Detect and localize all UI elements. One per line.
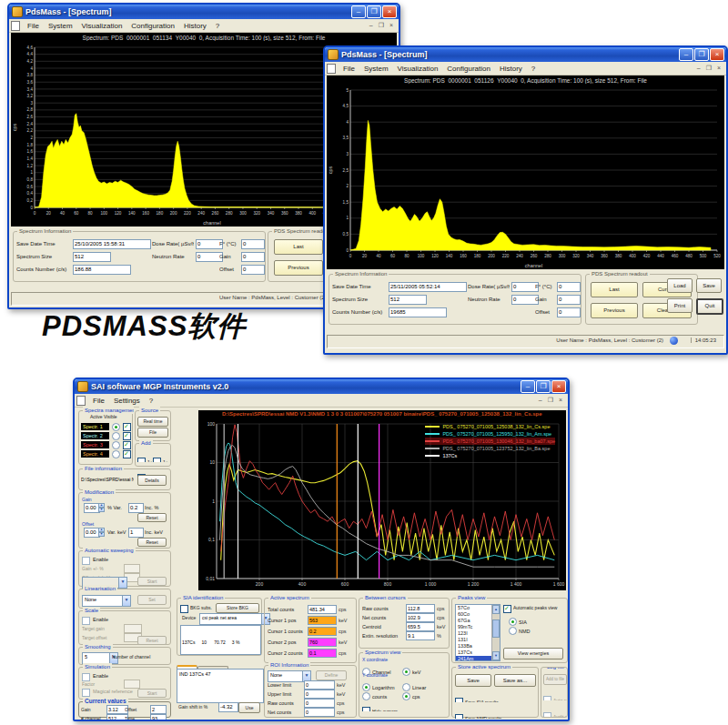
save-sia-results-checkbox[interactable] — [455, 698, 463, 702]
titlebar[interactable]: PdsMass - [Spectrum] – ❐ × — [325, 47, 726, 62]
spectr-active-radio[interactable] — [112, 441, 120, 449]
1-2-checkbox[interactable] — [137, 458, 146, 462]
field-value[interactable]: 112.8 — [406, 604, 435, 613]
close-icon[interactable]: × — [382, 5, 397, 18]
menu-item-system[interactable]: System — [45, 22, 76, 30]
view-energies-button[interactable]: View energies — [503, 648, 563, 660]
peak-list-item[interactable]: 133Ba — [456, 643, 492, 649]
menu-item-file[interactable]: File — [89, 397, 108, 405]
field-value[interactable]: 2 — [150, 705, 167, 714]
file-button[interactable]: File — [137, 428, 168, 438]
menu-item-configuration[interactable]: Configuration — [443, 65, 494, 73]
field-value[interactable]: 481.34 — [308, 605, 337, 614]
sia-results-list[interactable]: 137Cs 10 70.72 3 % Globalv 481.34 — [180, 625, 261, 655]
bkg-subs-checkbox[interactable] — [180, 605, 188, 613]
gain-inc-value[interactable]: 0.2 — [128, 503, 144, 513]
close-icon[interactable]: × — [551, 380, 566, 393]
previous-button[interactable]: Previous — [591, 303, 638, 318]
hide-cursors-checkbox[interactable] — [362, 707, 370, 711]
linearisation-select[interactable]: None▼ — [82, 595, 131, 607]
mdi-controls[interactable]: – ❐ × — [369, 22, 395, 29]
save-button[interactable]: Save — [696, 278, 722, 293]
add-to-file-button[interactable]: Add to file — [543, 674, 567, 685]
gain-shift-value[interactable]: -4.32 — [218, 702, 238, 712]
quit-button[interactable]: Quit — [696, 298, 723, 315]
field-value[interactable] — [124, 624, 142, 633]
menu-item-system[interactable]: System — [360, 65, 392, 73]
peak-list-item[interactable]: 57Co — [456, 605, 492, 611]
field-value[interactable]: 659.5 — [406, 622, 435, 631]
use-button[interactable]: Use — [238, 702, 260, 713]
last-button[interactable]: Last — [274, 239, 323, 255]
menu-item-history[interactable]: History — [496, 65, 526, 73]
field-value[interactable] — [124, 680, 140, 689]
field-value[interactable]: 0 — [557, 307, 581, 317]
peak-list-item[interactable]: 241Am — [456, 656, 492, 661]
mdi-controls[interactable]: – ❐ × — [539, 397, 564, 404]
store-bkg-button[interactable]: Store BKG — [216, 603, 259, 613]
peaks-scrollbar[interactable]: ▲▼ — [491, 605, 500, 660]
kev-radio[interactable] — [402, 668, 410, 676]
automatic-peaks-view-checkbox[interactable] — [503, 605, 511, 613]
field-value[interactable]: 19685 — [389, 307, 447, 317]
legend-item[interactable]: PDS_ 075270_071005_123752_132_lin_Ba.spe — [425, 445, 555, 452]
peak-list-item[interactable]: 131I — [456, 637, 492, 643]
menu-item-file[interactable]: File — [24, 22, 43, 30]
field-value[interactable]: 0 — [304, 699, 335, 708]
offset-updown[interactable]: ▲▼ — [98, 528, 105, 537]
magical-reference-checkbox[interactable] — [82, 689, 90, 697]
1-4-checkbox[interactable] — [153, 458, 161, 462]
titlebar[interactable]: SAI software MGP Instruments v2.0 – ❐ × — [75, 379, 568, 394]
legend-item[interactable]: PDS_ 075270_071005_125038_132_lin_Cs.spe — [425, 423, 555, 430]
field-value[interactable]: 0 — [241, 239, 265, 249]
peak-list-item[interactable]: 99mTc — [456, 624, 492, 630]
field-value[interactable]: 0 — [304, 680, 335, 690]
device-select[interactable]: csi peak net area▼ — [199, 613, 270, 625]
scale-reset-button[interactable]: Reset — [137, 636, 167, 645]
legend-item[interactable]: 137Cs — [425, 452, 555, 459]
menu-item-file[interactable]: File — [339, 65, 359, 73]
legend-item[interactable]: PDS_ 075270_071005_130046_132_lin_ba07.s… — [425, 438, 555, 445]
field-value[interactable]: 0 — [557, 295, 581, 305]
field-value[interactable]: 0.2 — [308, 627, 337, 636]
real-time-button[interactable]: Real time — [137, 417, 168, 427]
spectr-active-radio[interactable] — [112, 450, 120, 458]
save-as-button[interactable]: Save as... — [494, 674, 536, 687]
field-value[interactable]: 0.1 — [308, 649, 337, 658]
menu-item-visualization[interactable]: Visualization — [78, 22, 126, 30]
spectr-visible-checkbox[interactable] — [123, 450, 131, 458]
offset-reset-button[interactable]: Reset — [137, 538, 167, 547]
gain-reset-button[interactable]: Reset — [137, 513, 167, 522]
maximize-button[interactable]: ❐ — [367, 5, 381, 18]
field-value[interactable]: 25/10/2005 15:58:31 — [73, 239, 151, 249]
offset-inc-value[interactable]: 1 — [128, 528, 144, 538]
previous-button[interactable]: Previous — [274, 260, 323, 276]
field-value[interactable]: 0 — [241, 252, 265, 262]
close-icon[interactable]: × — [710, 48, 724, 61]
titlebar[interactable]: PdsMass - [Spectrum] – ❐ × — [9, 5, 399, 19]
sweeping-start-button[interactable]: Start — [137, 577, 167, 586]
auto-save-checkbox[interactable] — [543, 696, 551, 700]
last-button[interactable]: Last — [591, 282, 638, 297]
details-button[interactable]: Details — [137, 475, 167, 486]
field-value[interactable]: 9.1 — [406, 631, 435, 640]
minimize-button[interactable]: – — [351, 5, 366, 18]
spectr-active-radio[interactable] — [112, 423, 120, 431]
field-value[interactable]: 563 — [308, 616, 337, 625]
spectr-visible-checkbox[interactable] — [123, 432, 131, 440]
menu-item-history[interactable]: History — [180, 22, 210, 30]
field-value[interactable]: 760 — [308, 638, 337, 647]
field-value[interactable]: 186.88 — [73, 265, 131, 275]
spectr-visible-checkbox[interactable] — [123, 441, 131, 449]
field-value[interactable] — [124, 564, 140, 573]
linearisation-set-button[interactable]: Set — [137, 595, 167, 605]
simulation-start-button[interactable]: Start — [137, 689, 167, 698]
menu-item-visualization[interactable]: Visualization — [394, 65, 442, 73]
peak-list-item[interactable]: 60Co — [456, 611, 492, 618]
load-button[interactable]: Load — [667, 278, 693, 293]
audit-save-checkbox[interactable] — [543, 712, 551, 717]
peaks-listbox[interactable]: 57Co60Co67Ga99mTc123I131I133Ba137Cs241Am… — [455, 604, 500, 661]
field-value[interactable]: 0 — [241, 265, 265, 275]
maximize-button[interactable]: ❐ — [536, 380, 551, 393]
menu-item-[interactable]: ? — [146, 397, 157, 405]
